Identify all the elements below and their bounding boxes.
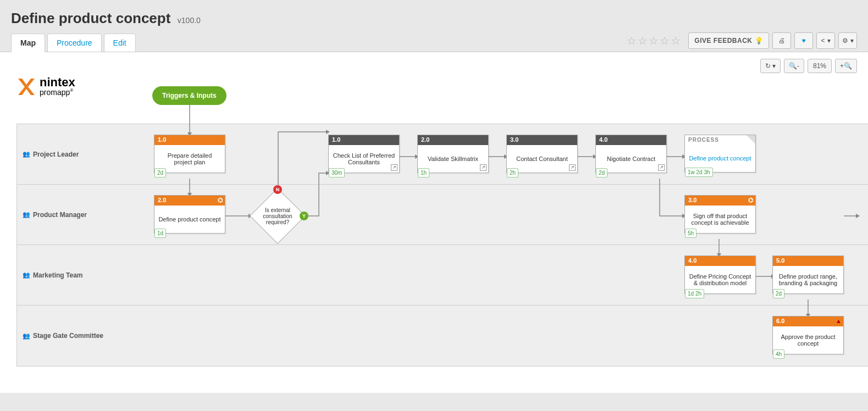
- node-number: 2.0: [158, 197, 166, 203]
- heart-icon: ♥: [801, 37, 805, 45]
- node-prepare-plan[interactable]: 1.0 Prepare detailed project plan 2d: [154, 135, 225, 173]
- node-number: 4.0: [688, 257, 696, 264]
- node-checklist-consultants[interactable]: 1.0 Check List of Preferred Consultants …: [328, 135, 400, 173]
- lane-stage-gate: 👥Stage Gate Committee: [17, 306, 868, 366]
- lane-label: Stage Gate Committee: [33, 332, 103, 340]
- tab-bar: Map Procedure Edit ☆ ☆ ☆ ☆ ☆ GIVE FEEDBA…: [0, 32, 868, 52]
- logo-icon: [16, 77, 36, 97]
- expand-icon[interactable]: ↗: [658, 164, 665, 171]
- star-icon[interactable]: ☆: [627, 34, 637, 47]
- logo-subtext: promapp®: [40, 88, 75, 97]
- node-duration: 5h: [685, 229, 696, 238]
- version-label: v100.0: [178, 16, 201, 25]
- people-icon: 👥: [23, 332, 30, 340]
- logo-text: nintex: [40, 77, 75, 88]
- give-feedback-button[interactable]: GIVE FEEDBACK 💡: [688, 32, 769, 49]
- print-icon: 🖨: [778, 37, 785, 45]
- node-number: 2.0: [421, 136, 429, 143]
- node-negotiate-contract[interactable]: 4.0 Nigotiate Contract ↗ 2d: [595, 135, 667, 173]
- package-icon: ⌬: [218, 197, 223, 204]
- decision-no-badge: N: [273, 185, 282, 194]
- node-number: 6.0: [776, 318, 784, 324]
- node-duration: 30m: [329, 168, 345, 177]
- page-title: Define product concept: [11, 10, 170, 27]
- node-duration: 1d: [154, 229, 166, 238]
- people-icon: 👥: [23, 211, 30, 218]
- node-number: 5.0: [776, 257, 784, 264]
- expand-icon[interactable]: ↗: [569, 164, 576, 171]
- process-label: PROCESS: [685, 135, 755, 145]
- package-icon: ⌬: [748, 197, 754, 204]
- node-contact-consultant[interactable]: 3.0 Contact Consultant ↗ 2h: [506, 135, 578, 173]
- tab-edit[interactable]: Edit: [104, 34, 136, 52]
- expand-icon[interactable]: ↗: [391, 164, 397, 171]
- lightbulb-icon: 💡: [755, 37, 764, 45]
- node-number: 1.0: [158, 136, 166, 143]
- clock-icon: ↻: [765, 62, 771, 70]
- rating-stars[interactable]: ☆ ☆ ☆ ☆ ☆: [627, 34, 681, 47]
- zoom-level[interactable]: 81%: [808, 59, 832, 73]
- zoom-in-icon: +🔍: [840, 62, 852, 70]
- node-duration: 1h: [418, 168, 429, 177]
- print-button[interactable]: 🖨: [772, 32, 791, 49]
- node-duration: 2h: [507, 168, 518, 177]
- node-duration: 2d: [154, 168, 166, 177]
- people-icon: 👥: [23, 271, 30, 279]
- decision-external-consult[interactable]: Is external consultation required? N Y: [250, 188, 305, 243]
- share-button[interactable]: < ▾: [816, 32, 835, 49]
- node-pricing-concept[interactable]: 4.0 Define Pricing Concept & distributio…: [684, 256, 756, 294]
- star-icon[interactable]: ☆: [671, 34, 681, 47]
- expand-icon[interactable]: ↗: [480, 164, 486, 171]
- tab-map[interactable]: Map: [11, 34, 45, 52]
- zoom-in-button[interactable]: +🔍: [835, 59, 857, 73]
- node-number: 3.0: [688, 197, 696, 203]
- tab-procedure[interactable]: Procedure: [47, 34, 102, 52]
- share-icon: <: [821, 37, 825, 45]
- node-product-range[interactable]: 5.0 Define product range, branding & pac…: [772, 256, 844, 294]
- star-icon[interactable]: ☆: [660, 34, 670, 47]
- gear-icon: ⚙: [842, 37, 848, 45]
- decision-yes-badge: Y: [300, 212, 308, 220]
- canvas[interactable]: ↻ ▾ 🔍- 81% +🔍 nintex promapp® Triggers &…: [0, 52, 868, 393]
- lane-label: Product Manager: [33, 211, 87, 219]
- star-icon[interactable]: ☆: [638, 34, 648, 47]
- zoom-out-button[interactable]: 🔍-: [784, 59, 804, 73]
- settings-button[interactable]: ⚙ ▾: [838, 32, 857, 49]
- lane-label: Project Leader: [33, 151, 79, 158]
- node-duration: 1d 2h: [685, 289, 704, 298]
- app-logo: nintex promapp®: [16, 77, 75, 97]
- node-process-link[interactable]: PROCESS Define product concept 1w 2d 3h: [684, 135, 756, 173]
- decision-text: Is external consultation required?: [250, 207, 305, 225]
- node-duration: 2d: [773, 289, 784, 298]
- zoom-out-icon: 🔍-: [789, 62, 799, 70]
- triggers-inputs-node[interactable]: Triggers & Inputs: [152, 86, 226, 105]
- node-define-concept[interactable]: 2.0⌬ Define product concept 1d: [154, 195, 225, 234]
- node-duration: 2d: [596, 168, 607, 177]
- warning-icon: ▲: [836, 318, 842, 324]
- node-duration: 1w 2d 3h: [685, 168, 713, 177]
- node-validate-skillmatrix[interactable]: 2.0 Validate Skillmatrix ↗ 1h: [417, 135, 489, 173]
- node-number: 1.0: [332, 136, 340, 143]
- lane-label: Marketing Team: [33, 271, 82, 279]
- star-icon[interactable]: ☆: [649, 34, 659, 47]
- node-number: 3.0: [510, 136, 518, 143]
- favorite-button[interactable]: ♥: [794, 32, 813, 49]
- node-number: 4.0: [599, 136, 607, 143]
- history-button[interactable]: ↻ ▾: [760, 59, 781, 73]
- node-duration: 4h: [773, 349, 784, 359]
- people-icon: 👥: [23, 151, 30, 158]
- node-approve-concept[interactable]: 6.0▲ Approve the product concept 4h: [772, 316, 844, 354]
- node-sign-off[interactable]: 3.0⌬ Sign off that product concept is ac…: [684, 195, 756, 234]
